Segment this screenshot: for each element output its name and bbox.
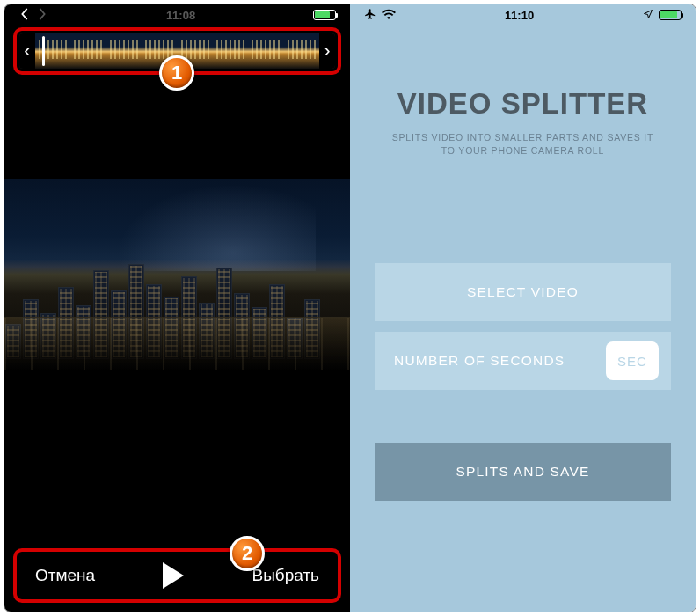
location-icon [643, 9, 653, 22]
wifi-icon [382, 9, 396, 22]
status-bar: 11:08 [4, 4, 350, 26]
select-video-button[interactable]: SELECT VIDEO [375, 263, 671, 321]
cancel-button[interactable]: Отмена [35, 566, 95, 585]
status-left [364, 8, 396, 23]
split-and-save-button[interactable]: SPLITS AND SAVE [375, 443, 671, 501]
app-subtitle: SPLITS VIDEO INTO SMALLER PARTS AND SAVE… [387, 131, 660, 158]
trim-playhead[interactable] [42, 36, 45, 66]
play-icon[interactable] [163, 562, 184, 589]
callout-badge-2: 2 [230, 536, 265, 571]
phone-left-video-trim: 11:08 ‹ › 1 [4, 4, 350, 612]
status-time: 11:08 [166, 9, 195, 22]
status-time: 11:10 [505, 9, 534, 22]
app-title: VIDEO SPLITTER [397, 87, 648, 121]
video-preview[interactable] [4, 179, 350, 370]
callout-badge-1: 1 [159, 55, 194, 91]
bottom-toolbar: Отмена Выбрать [19, 554, 335, 597]
status-right [313, 10, 336, 20]
airplane-mode-icon [364, 8, 376, 23]
trim-handle-right[interactable]: › [319, 33, 335, 69]
seconds-label: NUMBER OF SECONDS [394, 353, 565, 369]
status-bar: 11:10 [350, 4, 696, 26]
forward-chevron-icon [36, 8, 48, 23]
battery-icon [659, 10, 682, 20]
status-right [643, 9, 682, 22]
seconds-input[interactable]: SEC [606, 341, 659, 380]
back-chevron-icon [18, 8, 31, 23]
seconds-row: NUMBER OF SECONDS SEC [375, 332, 671, 390]
video-splitter-screen: VIDEO SPLITTER SPLITS VIDEO INTO SMALLER… [350, 26, 696, 612]
trim-handle-left[interactable]: ‹ [19, 33, 35, 69]
status-left [18, 8, 48, 23]
tutorial-frame: 11:08 ‹ › 1 [4, 4, 696, 612]
battery-icon [313, 10, 336, 20]
phone-right-video-splitter: 11:10 VIDEO SPLITTER SPLITS VIDEO INTO S… [350, 4, 696, 612]
callout-2-highlight: Отмена Выбрать [13, 548, 341, 603]
select-button[interactable]: Выбрать [252, 566, 319, 585]
